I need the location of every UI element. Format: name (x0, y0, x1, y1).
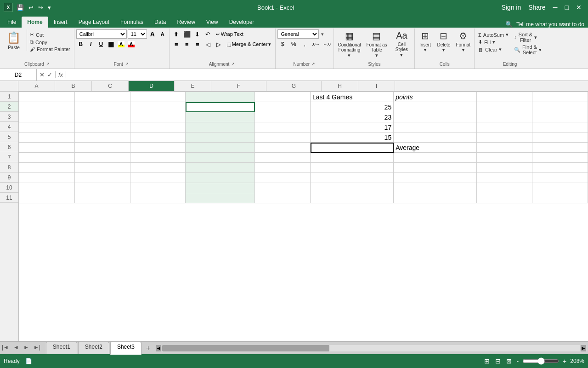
cell-e1[interactable] (255, 92, 311, 102)
font-size-select[interactable]: 11 (128, 29, 147, 39)
cell-styles-button[interactable]: Aa CellStyles ▾ (390, 29, 413, 59)
cell-a8[interactable] (19, 163, 75, 173)
row-header-9[interactable]: 9 (0, 172, 18, 183)
maximize-button[interactable]: □ (562, 3, 571, 12)
cell-a11[interactable] (19, 193, 75, 203)
cell-d11[interactable] (186, 193, 255, 203)
next-sheet-button[interactable]: ► (22, 344, 31, 351)
cell-e9[interactable] (255, 173, 311, 183)
help-search[interactable]: 🔍 Tell me what you want to do (505, 21, 584, 28)
italic-button[interactable]: I (86, 40, 96, 49)
cell-f5[interactable]: 15 (311, 132, 394, 143)
cell-b5[interactable] (74, 132, 130, 143)
cell-h6[interactable] (477, 143, 532, 153)
cell-c10[interactable] (130, 183, 186, 193)
cell-i8[interactable] (532, 163, 588, 173)
cell-i3[interactable] (532, 112, 588, 122)
paste-button[interactable]: 📋 Paste (3, 29, 25, 51)
cell-g1[interactable]: points (394, 92, 477, 102)
cell-i7[interactable] (532, 153, 588, 163)
tab-review[interactable]: Review (171, 17, 200, 28)
number-format-select[interactable]: General (277, 29, 319, 39)
scroll-right-button[interactable]: ► (581, 345, 586, 351)
cancel-formula-button[interactable]: ✕ (39, 71, 45, 78)
cell-c2[interactable] (130, 102, 186, 112)
col-header-i[interactable]: I (358, 81, 395, 91)
row-header-3[interactable]: 3 (0, 112, 18, 122)
tab-developer[interactable]: Developer (224, 17, 260, 28)
zoom-in-button[interactable]: + (563, 357, 566, 365)
prev-sheet-button[interactable]: ◄ (11, 344, 21, 351)
increase-indent-button[interactable]: ▷ (214, 40, 224, 49)
cell-h5[interactable] (477, 132, 532, 143)
increase-decimal-button[interactable]: .0→ (311, 40, 321, 49)
cell-b8[interactable] (74, 163, 130, 173)
fill-color-button[interactable]: A (117, 40, 126, 49)
cell-e10[interactable] (255, 183, 311, 193)
cell-e2[interactable] (255, 102, 311, 112)
clear-button[interactable]: 🗑 Clear ▾ (476, 46, 510, 53)
font-expand-button[interactable]: ↗ (124, 61, 130, 67)
cell-d1[interactable] (186, 92, 255, 102)
cell-b11[interactable] (74, 193, 130, 203)
align-left-button[interactable]: ≡ (171, 40, 181, 49)
cell-b9[interactable] (74, 173, 130, 183)
cell-f9[interactable] (311, 173, 394, 183)
cell-c6[interactable] (130, 143, 186, 153)
cell-i11[interactable] (532, 193, 588, 203)
alignment-expand-button[interactable]: ↗ (230, 61, 236, 67)
cell-a4[interactable] (19, 122, 75, 132)
cell-i6[interactable] (532, 143, 588, 153)
cell-b3[interactable] (74, 112, 130, 122)
border-button[interactable]: ▦ (107, 40, 116, 49)
cell-g5[interactable] (394, 132, 477, 143)
page-break-view-button[interactable]: ⊠ (505, 356, 513, 366)
cell-h4[interactable] (477, 122, 532, 132)
decrease-indent-button[interactable]: ◁ (203, 40, 213, 49)
last-sheet-button[interactable]: ►| (32, 344, 42, 351)
cell-d3[interactable] (186, 112, 255, 122)
cell-d5[interactable] (186, 132, 255, 143)
cell-d8[interactable] (186, 163, 255, 173)
save-button[interactable]: 💾 (15, 3, 26, 12)
row-header-2[interactable]: 2 (0, 102, 18, 112)
decrease-decimal-button[interactable]: ←.0 (322, 40, 332, 49)
cell-g4[interactable] (394, 122, 477, 132)
tab-home[interactable]: Home (22, 17, 48, 28)
cell-e6[interactable] (255, 143, 311, 153)
cell-g2[interactable] (394, 102, 477, 112)
close-button[interactable]: ✕ (573, 3, 584, 12)
cell-h10[interactable] (477, 183, 532, 193)
format-painter-button[interactable]: 🖌 Format Painter (28, 46, 72, 52)
scroll-left-button[interactable]: ◄ (156, 345, 161, 351)
align-middle-button[interactable]: ⬛ (182, 29, 192, 39)
cell-b1[interactable] (74, 92, 130, 102)
cell-c8[interactable] (130, 163, 186, 173)
cell-a2[interactable] (19, 102, 75, 112)
cell-h8[interactable] (477, 163, 532, 173)
cell-e11[interactable] (255, 193, 311, 203)
cell-b4[interactable] (74, 122, 130, 132)
cell-i1[interactable] (532, 92, 588, 102)
font-family-select[interactable]: Calibri (76, 29, 127, 39)
row-header-6[interactable]: 6 (0, 142, 18, 152)
tab-data[interactable]: Data (149, 17, 171, 28)
underline-button[interactable]: U (96, 40, 106, 49)
add-sheet-button[interactable]: + (142, 342, 154, 354)
col-header-g[interactable]: G (266, 81, 322, 91)
name-box[interactable]: D2 (0, 69, 37, 80)
cell-f11[interactable] (311, 193, 394, 203)
cell-f10[interactable] (311, 183, 394, 193)
cell-h1[interactable] (477, 92, 532, 102)
cell-b7[interactable] (74, 153, 130, 163)
find-select-button[interactable]: 🔍 Find &Select ▾ (512, 44, 543, 56)
cell-b2[interactable] (74, 102, 130, 112)
sort-filter-button[interactable]: ↕ Sort &Filter ▾ (512, 31, 543, 43)
format-button[interactable]: ⚙ Format ▾ (454, 29, 472, 53)
col-header-b[interactable]: B (55, 81, 92, 91)
undo-button[interactable]: ↩ (27, 3, 35, 12)
cut-button[interactable]: ✂ Cut (28, 31, 72, 38)
row-header-10[interactable]: 10 (0, 183, 18, 193)
cell-f8[interactable] (311, 163, 394, 173)
cell-d6[interactable] (186, 143, 255, 153)
